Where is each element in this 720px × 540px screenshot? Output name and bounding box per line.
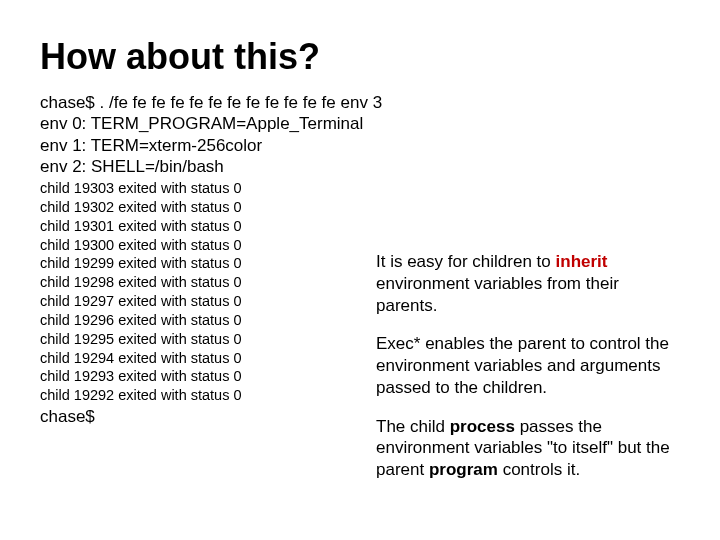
child-line: child 19296 exited with status 0: [40, 312, 242, 328]
child-line: child 19300 exited with status 0: [40, 237, 242, 253]
term-line-2: env 0: TERM_PROGRAM=Apple_Terminal: [40, 114, 363, 133]
slide-title: How about this?: [40, 36, 680, 78]
child-line: child 19295 exited with status 0: [40, 331, 242, 347]
terminal-output: chase$ . /fe fe fe fe fe fe fe fe fe fe …: [40, 92, 680, 177]
child-line: child 19301 exited with status 0: [40, 218, 242, 234]
term-line-3: env 1: TERM=xterm-256color: [40, 136, 262, 155]
note-paragraph-1: It is easy for children to inherit envir…: [376, 251, 676, 316]
child-line: child 19303 exited with status 0: [40, 180, 242, 196]
child-exit-list: child 19303 exited with status 0 child 1…: [40, 179, 242, 405]
note-paragraph-3: The child process passes the environment…: [376, 416, 676, 481]
inherit-highlight: inherit: [556, 252, 608, 271]
child-line: child 19299 exited with status 0: [40, 255, 242, 271]
term-line-4: env 2: SHELL=/bin/bash: [40, 157, 224, 176]
program-bold: program: [429, 460, 498, 479]
child-line: child 19294 exited with status 0: [40, 350, 242, 366]
child-line: child 19302 exited with status 0: [40, 199, 242, 215]
child-line: child 19297 exited with status 0: [40, 293, 242, 309]
child-line: child 19293 exited with status 0: [40, 368, 242, 384]
note-paragraph-2: Exec* enables the parent to control the …: [376, 333, 676, 398]
process-bold: process: [450, 417, 515, 436]
term-line-1: chase$ . /fe fe fe fe fe fe fe fe fe fe …: [40, 93, 382, 112]
child-line: child 19292 exited with status 0: [40, 387, 242, 403]
child-line: child 19298 exited with status 0: [40, 274, 242, 290]
explanation-note: It is easy for children to inherit envir…: [376, 234, 676, 498]
